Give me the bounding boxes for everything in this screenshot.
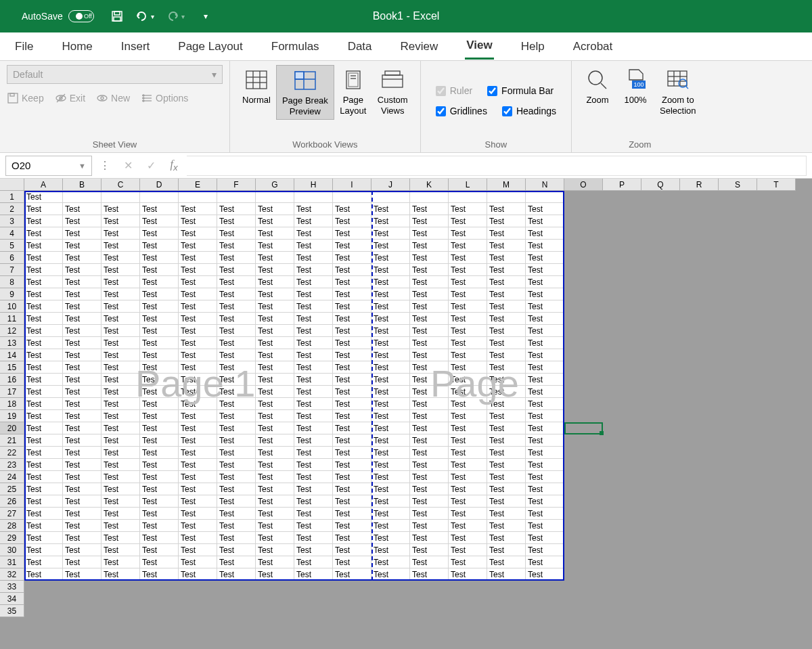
cell[interactable]: Test xyxy=(256,252,294,264)
cell[interactable]: Test xyxy=(333,325,371,337)
cell[interactable]: Test xyxy=(140,459,179,471)
cell[interactable]: Test xyxy=(487,252,526,264)
cell[interactable] xyxy=(333,191,371,203)
cell[interactable]: Test xyxy=(333,264,371,276)
cell[interactable]: Test xyxy=(526,471,564,483)
cell[interactable] xyxy=(603,191,641,203)
cell[interactable]: Test xyxy=(333,227,371,240)
cell[interactable]: Test xyxy=(371,459,410,471)
cell[interactable]: Test xyxy=(179,300,217,313)
cell[interactable] xyxy=(757,459,796,471)
cell[interactable]: Test xyxy=(217,483,256,495)
row-header[interactable]: 27 xyxy=(0,508,24,520)
cell[interactable]: Test xyxy=(256,568,294,581)
cell[interactable] xyxy=(641,288,680,300)
cell[interactable]: Test xyxy=(333,386,371,398)
cell[interactable]: Test xyxy=(179,227,217,240)
cell[interactable] xyxy=(719,581,757,593)
cell[interactable] xyxy=(603,325,641,337)
cell[interactable]: Test xyxy=(294,361,333,374)
headings-checkbox[interactable]: Headings xyxy=(502,106,556,116)
cell[interactable]: Test xyxy=(449,483,487,495)
cell[interactable]: Test xyxy=(217,398,256,410)
cell[interactable] xyxy=(564,471,603,483)
cell[interactable] xyxy=(680,532,719,544)
cell[interactable]: Test xyxy=(102,227,140,240)
cell[interactable]: Test xyxy=(371,471,410,483)
cell[interactable]: Test xyxy=(140,495,179,508)
col-header[interactable]: P xyxy=(603,179,641,191)
zoom-100-button[interactable]: 100 100% xyxy=(616,65,654,108)
col-header[interactable]: E xyxy=(179,179,217,191)
cell[interactable]: Test xyxy=(63,361,102,374)
col-header[interactable]: G xyxy=(256,179,294,191)
cell[interactable]: Test xyxy=(333,556,371,568)
cell[interactable] xyxy=(641,593,680,605)
row-header[interactable]: 31 xyxy=(0,556,24,568)
cell[interactable]: Test xyxy=(371,276,410,288)
cell[interactable] xyxy=(641,605,680,617)
cell[interactable]: Test xyxy=(294,434,333,447)
cell[interactable]: Test xyxy=(449,215,487,227)
cell[interactable]: Test xyxy=(63,313,102,325)
cell[interactable]: Test xyxy=(179,483,217,495)
cell[interactable] xyxy=(603,215,641,227)
cell[interactable]: Test xyxy=(449,203,487,215)
cell[interactable] xyxy=(680,459,719,471)
cell[interactable] xyxy=(603,386,641,398)
cell[interactable]: Test xyxy=(333,288,371,300)
cell[interactable]: Test xyxy=(526,240,564,252)
cell[interactable] xyxy=(757,361,796,374)
cell[interactable]: Test xyxy=(371,520,410,532)
cell[interactable] xyxy=(564,520,603,532)
cell[interactable]: Test xyxy=(294,386,333,398)
cell[interactable]: Test xyxy=(63,483,102,495)
cell[interactable] xyxy=(719,495,757,508)
cell[interactable]: Test xyxy=(371,203,410,215)
cell[interactable] xyxy=(680,361,719,374)
cell[interactable] xyxy=(63,593,102,605)
cell[interactable] xyxy=(603,240,641,252)
row-header[interactable]: 14 xyxy=(0,349,24,361)
cell[interactable]: Test xyxy=(179,568,217,581)
cell[interactable] xyxy=(680,227,719,240)
cell[interactable] xyxy=(564,361,603,374)
cell[interactable]: Test xyxy=(24,313,63,325)
cell[interactable]: Test xyxy=(102,447,140,459)
cell[interactable]: Test xyxy=(449,264,487,276)
cell[interactable]: Test xyxy=(294,227,333,240)
col-header[interactable]: Q xyxy=(641,179,680,191)
cell[interactable] xyxy=(719,459,757,471)
cell[interactable] xyxy=(564,495,603,508)
cell[interactable]: Test xyxy=(24,520,63,532)
cell[interactable] xyxy=(680,471,719,483)
cell[interactable] xyxy=(564,605,603,617)
cell[interactable] xyxy=(487,581,526,593)
cell[interactable]: Test xyxy=(256,349,294,361)
formula-input[interactable] xyxy=(187,156,807,176)
autosave-toggle[interactable]: AutoSave Off xyxy=(22,10,94,22)
row-header[interactable]: 34 xyxy=(0,593,24,605)
cell[interactable]: Test xyxy=(102,215,140,227)
cell[interactable] xyxy=(564,227,603,240)
cell[interactable]: Test xyxy=(371,568,410,581)
cell[interactable]: Test xyxy=(333,483,371,495)
cell[interactable]: Test xyxy=(371,508,410,520)
row-header[interactable]: 5 xyxy=(0,240,24,252)
cell[interactable] xyxy=(564,556,603,568)
cell[interactable]: Test xyxy=(256,410,294,422)
cell[interactable]: Test xyxy=(526,325,564,337)
cell[interactable] xyxy=(719,300,757,313)
cell[interactable]: Test xyxy=(333,252,371,264)
cell[interactable]: Test xyxy=(140,447,179,459)
cell[interactable]: Test xyxy=(140,288,179,300)
cell[interactable]: Test xyxy=(371,264,410,276)
cell[interactable] xyxy=(371,605,410,617)
cell[interactable]: Test xyxy=(102,276,140,288)
tab-file[interactable]: File xyxy=(14,35,35,59)
cell[interactable]: Test xyxy=(371,544,410,556)
gridlines-checkbox[interactable]: Gridlines xyxy=(436,106,487,116)
cell[interactable] xyxy=(641,252,680,264)
cell[interactable] xyxy=(719,422,757,434)
cell[interactable]: Test xyxy=(179,556,217,568)
